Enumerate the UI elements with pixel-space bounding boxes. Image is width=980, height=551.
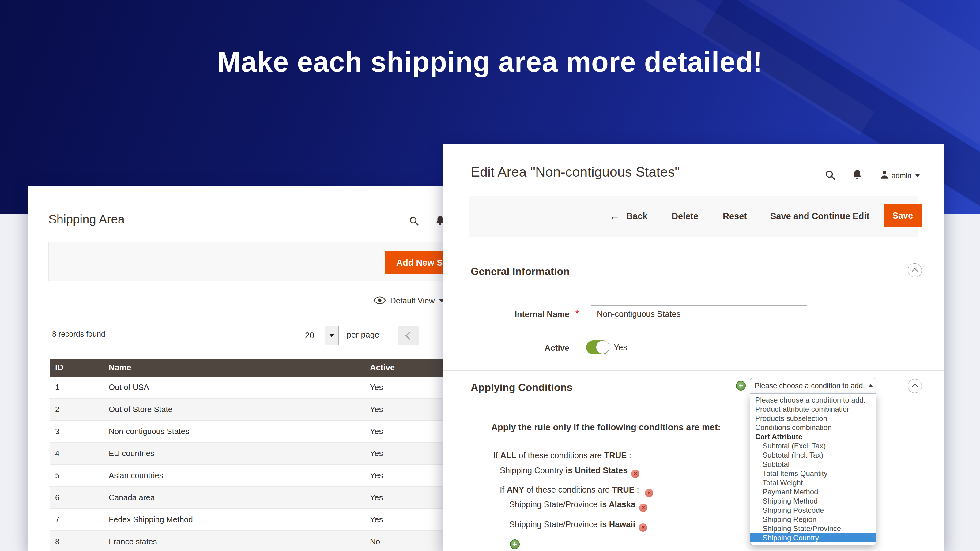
table-cell: 1 [49, 376, 103, 398]
active-label: Active [480, 343, 569, 353]
dropdown-option[interactable]: Payment Method [750, 487, 876, 497]
per-page-select[interactable]: 20 [299, 326, 339, 345]
condition-line[interactable]: Shipping State/Province is Hawaii✕ [509, 519, 647, 532]
remove-condition-icon[interactable]: ✕ [631, 470, 640, 478]
table-cell: Out of Store State [103, 399, 364, 420]
general-information-heading: General Information [471, 265, 570, 277]
table-cell: 8 [49, 531, 103, 551]
remove-condition-icon[interactable]: ✕ [645, 489, 653, 497]
dropdown-option[interactable]: Cart Attribute [750, 432, 876, 441]
table-row[interactable]: 5Asian countriesYes [49, 465, 506, 487]
condition-text[interactable]: Alaska [609, 500, 635, 509]
condition-select-value: Please choose a condition to add. [750, 378, 865, 393]
notifications-bell-icon[interactable] [852, 169, 863, 181]
table-cell: France states [103, 531, 364, 551]
table-row[interactable]: 7Fedex Shipping MethodYes [49, 509, 506, 531]
dropdown-option[interactable]: Subtotal [750, 460, 876, 469]
condition-text[interactable]: Shipping State/Province [509, 520, 600, 529]
table-row[interactable]: 1Out of USAYes [49, 376, 506, 399]
dropdown-option[interactable]: Please choose a condition to add. [750, 395, 876, 405]
dropdown-option[interactable]: Total Items Quantity [750, 469, 876, 478]
condition-text[interactable]: If [493, 451, 500, 460]
dropdown-option[interactable]: Product attribute combination [750, 405, 876, 414]
condition-text[interactable]: Hawaii [609, 520, 635, 529]
condition-text[interactable]: is [600, 520, 609, 529]
table-cell: Fedex Shipping Method [103, 509, 364, 530]
table-cell: Non-contiguous States [103, 421, 364, 442]
condition-line[interactable]: Shipping Country is United States✕ [500, 465, 640, 478]
condition-text[interactable]: United States [575, 466, 628, 475]
remove-condition-icon[interactable]: ✕ [639, 524, 647, 532]
dropdown-option[interactable]: Subtotal (Excl. Tax) [750, 441, 876, 451]
applying-conditions-heading: Applying Conditions [471, 381, 573, 393]
table-cell: Out of USA [103, 376, 364, 398]
condition-text[interactable]: If [500, 485, 507, 494]
column-header-name[interactable]: Name [103, 359, 364, 376]
remove-condition-icon[interactable]: ✕ [639, 503, 648, 512]
table-cell: Canada area [103, 487, 364, 508]
delete-button[interactable]: Delete [671, 211, 698, 221]
dropdown-option[interactable]: Shipping Country [750, 533, 876, 542]
table-cell: 5 [49, 465, 103, 486]
condition-text[interactable]: TRUE [604, 451, 627, 460]
table-row[interactable]: 3Non-contiguous StatesYes [49, 421, 506, 443]
reset-button[interactable]: Reset [723, 211, 747, 221]
condition-text[interactable]: is [600, 500, 609, 509]
condition-text[interactable]: of these conditions are [524, 485, 612, 494]
condition-line[interactable]: If ANY of these conditions are TRUE : ✕ [500, 484, 653, 497]
table-row[interactable]: 6Canada areaYes [49, 487, 506, 509]
dropdown-option[interactable]: Subtotal (Incl. Tax) [750, 451, 876, 460]
condition-text[interactable]: is [566, 466, 575, 475]
condition-text[interactable]: : [627, 451, 631, 460]
condition-text[interactable]: ALL [500, 451, 516, 460]
back-button[interactable]: Back [626, 211, 648, 221]
save-button[interactable]: Save [883, 203, 922, 227]
table-cell: 3 [49, 421, 103, 442]
condition-text[interactable]: TRUE [612, 485, 635, 494]
select-arrow-segment[interactable] [325, 326, 339, 345]
internal-name-input[interactable] [591, 305, 807, 323]
table-row[interactable]: 4EU countriesYes [49, 443, 506, 465]
condition-type-select[interactable]: Please choose a condition to add. [750, 378, 876, 393]
collapse-section-button[interactable] [908, 379, 922, 393]
condition-line[interactable]: Shipping State/Province is Alaska✕ [509, 499, 648, 512]
table-header-row: ID Name Active [49, 359, 506, 376]
dropdown-option[interactable]: Products subselection [750, 414, 876, 423]
select-arrow-segment[interactable] [865, 378, 876, 393]
table-cell: 6 [49, 487, 103, 508]
conditions-intro-text: Apply the rule only if the following con… [491, 422, 721, 432]
save-and-continue-button[interactable]: Save and Continue Edit [770, 211, 869, 221]
chevron-up-icon [912, 384, 918, 390]
condition-text[interactable]: of these conditions are [516, 451, 604, 460]
dropdown-option[interactable]: Conditions combination [750, 423, 876, 432]
edit-page-title: Edit Area "Non-contiguous States" [471, 164, 679, 180]
dropdown-option[interactable]: Shipping Method [750, 497, 876, 506]
dropdown-option[interactable]: Shipping Postcode [750, 506, 876, 515]
condition-text[interactable]: : [635, 485, 641, 494]
chevron-up-icon [912, 268, 918, 274]
admin-username[interactable]: admin [891, 171, 912, 180]
dropdown-option[interactable]: Shipping State/Province [750, 524, 876, 533]
dropdown-option[interactable]: Shipping Region [750, 515, 876, 524]
search-icon[interactable] [825, 170, 836, 182]
column-header-id[interactable]: ID [49, 359, 103, 376]
pagination-prev-button[interactable] [398, 326, 419, 345]
condition-line[interactable]: If ALL of these conditions are TRUE : [493, 450, 631, 461]
per-page-value: 20 [299, 326, 325, 345]
condition-text[interactable]: ANY [507, 485, 524, 494]
page-title: Shipping Area [48, 213, 125, 226]
view-control[interactable]: Default View [374, 296, 444, 305]
collapse-section-button[interactable] [908, 263, 922, 277]
table-row[interactable]: 2Out of Store StateYes [49, 399, 506, 421]
condition-text[interactable]: Shipping State/Province [509, 500, 600, 509]
active-toggle[interactable] [586, 340, 609, 354]
search-icon[interactable] [409, 216, 419, 227]
dropdown-option[interactable]: Total Weight [750, 478, 876, 487]
condition-text[interactable]: Shipping Country [500, 466, 566, 475]
caret-down-icon [329, 334, 334, 337]
tree-guide-line [495, 463, 495, 551]
add-condition-icon[interactable]: + [736, 381, 746, 391]
user-account-icon[interactable] [879, 170, 890, 181]
add-condition-icon[interactable]: + [510, 539, 520, 549]
table-row[interactable]: 8France statesNo [49, 531, 506, 551]
